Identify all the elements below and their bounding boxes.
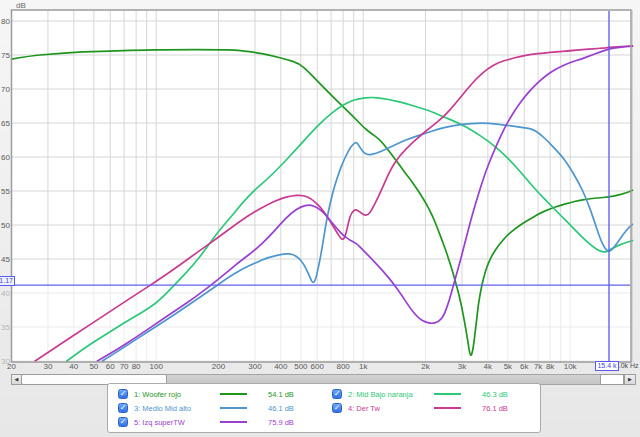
y-axis-tick-label: 45: [0, 255, 10, 264]
y-axis-tick-label: 40: [0, 289, 10, 298]
y-axis-tick-label: 55: [0, 187, 10, 196]
plot-background: [12, 10, 632, 362]
legend-cursor-value: 76.1 dB: [482, 404, 508, 413]
x-axis-tick-label: 50: [89, 362, 98, 371]
legend-entry: ✓2: Mid Bajo naranja46.3 dB: [324, 387, 538, 401]
y-axis-tick-label: 50: [0, 221, 10, 230]
trace-legend: ✓1: Woofer rojo54.1 dB✓2: Mid Bajo naran…: [107, 383, 541, 433]
legend-cursor-value: 46.3 dB: [482, 390, 508, 399]
x-axis-tick-label: 3k: [458, 362, 466, 371]
x-axis-tick-label: 1k: [359, 362, 367, 371]
y-axis-tick-label: 35: [0, 323, 10, 332]
y-axis-unit-label: dB: [16, 1, 26, 10]
legend-color-swatch: [434, 393, 461, 395]
x-axis-tick-label: 30: [43, 362, 52, 371]
legend-color-swatch: [220, 407, 247, 409]
legend-color-swatch: [220, 393, 247, 395]
x-axis-tick-label: 10k: [564, 362, 577, 371]
trace--der-tw: [35, 46, 632, 361]
legend-cursor-value: 46.1 dB: [268, 404, 294, 413]
legend-cursor-value: 75.9 dB: [268, 418, 294, 427]
legend-entry: ✓4: Der Tw76.1 dB: [324, 401, 538, 415]
legend-color-swatch: [220, 421, 247, 423]
x-axis-tick-label: 4k: [484, 362, 492, 371]
cursor-level-readout[interactable]: 41.17: [0, 276, 15, 286]
trace-visible-checkbox[interactable]: ✓: [118, 389, 128, 399]
x-axis-tick-label: 20: [7, 362, 16, 371]
x-axis-tick-label: 7k: [534, 362, 542, 371]
legend-trace-label: 5: Izq superTW: [134, 418, 220, 427]
legend-trace-label: 3: Medio Mid alto: [134, 404, 220, 413]
x-axis-tick-label: 80: [132, 362, 141, 371]
y-axis-tick-label: 70: [0, 85, 10, 94]
legend-color-swatch: [434, 407, 461, 409]
trace--medio-mid-alto: [102, 123, 632, 361]
x-axis-tick-label: 60: [106, 362, 115, 371]
trace--izq-supertw: [97, 46, 632, 361]
x-axis-tick-label: 200: [212, 362, 225, 371]
scroll-right-icon: ▶: [628, 376, 632, 382]
x-axis-tick-label: 2k: [421, 362, 429, 371]
x-axis-tick-label: 70: [120, 362, 129, 371]
x-axis-tick-label: 400: [274, 362, 287, 371]
legend-entry: ✓3: Medio Mid alto46.1 dB: [110, 401, 324, 415]
x-axis-tick-label: 6k: [520, 362, 528, 371]
x-axis-tick-label: 600: [311, 362, 324, 371]
measurement-graph-window: dB 8075706560555045403530 20304050607080…: [0, 0, 640, 437]
scroll-left-icon: ◀: [15, 376, 19, 382]
y-axis-tick-label: 80: [0, 17, 10, 26]
x-axis-tick-label: 300: [248, 362, 261, 371]
legend-entry: ✓1: Woofer rojo54.1 dB: [110, 387, 324, 401]
x-axis-tick-label: 500: [294, 362, 307, 371]
trace-visible-checkbox[interactable]: ✓: [118, 403, 128, 413]
frequency-response-chart: [0, 0, 640, 437]
x-axis-tick-label: 100: [149, 362, 162, 371]
x-axis-tick-label: 8k: [546, 362, 554, 371]
trace-visible-checkbox[interactable]: ✓: [332, 403, 342, 413]
cursor-frequency-readout[interactable]: 15.4 k: [595, 361, 619, 371]
scrollbar-secondary-thumb[interactable]: [600, 374, 624, 385]
trace-visible-checkbox[interactable]: ✓: [332, 389, 342, 399]
legend-entry: ✓5: Izq superTW75.9 dB: [110, 415, 324, 429]
trace-visible-checkbox[interactable]: ✓: [118, 417, 128, 427]
trace--mid-bajo-naranja: [67, 98, 633, 362]
legend-trace-label: 4: Der Tw: [348, 404, 434, 413]
x-axis-tick-label: 800: [336, 362, 349, 371]
x-axis-tick-label: 40: [69, 362, 78, 371]
scroll-right-button[interactable]: ▶: [624, 374, 636, 385]
y-axis-tick-label: 65: [0, 119, 10, 128]
legend-trace-label: 1: Woofer rojo: [134, 390, 220, 399]
x-axis-tick-label: 5k: [504, 362, 512, 371]
trace--woofer-rojo: [12, 50, 633, 356]
faded-grid-zone: [13, 286, 631, 361]
legend-cursor-value: 54.1 dB: [268, 390, 294, 399]
y-axis-tick-label: 75: [0, 51, 10, 60]
legend-trace-label: 2: Mid Bajo naranja: [348, 390, 434, 399]
plot-border: [12, 10, 632, 362]
y-axis-tick-label: 60: [0, 153, 10, 162]
